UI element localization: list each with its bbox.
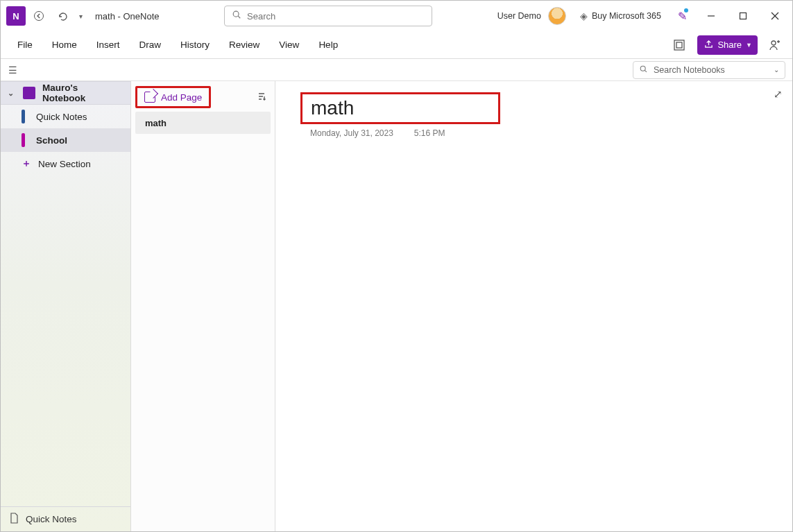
app-icon: N [6,6,26,26]
ribbon: File Home Insert Draw History Review Vie… [1,31,792,59]
editor-canvas[interactable]: ⤢ math Monday, July 31, 2023 5:16 PM [275,81,792,531]
add-page-label: Add Page [161,92,202,103]
share-button-label: Share [717,40,742,50]
maximize-button[interactable] [728,5,758,27]
section-label: School [36,135,67,146]
quick-access-dropdown[interactable]: ▾ [76,12,85,20]
title-bar: N ▾ math - OneNote User Demo ◈ Buy Micro… [1,1,792,31]
section-school[interactable]: School [1,128,130,152]
add-page-icon [144,92,155,103]
chevron-down-icon: ▼ [746,42,752,49]
svg-rect-8 [676,42,682,48]
new-section-label: New Section [38,159,91,169]
sort-pages-button[interactable] [253,89,271,106]
chevron-down-icon[interactable]: ⌄ [774,66,779,74]
presence-icon[interactable] [765,35,785,55]
pen-icon[interactable]: ✎ [678,10,687,23]
svg-line-11 [645,70,647,72]
global-search-input[interactable] [247,11,425,22]
svg-point-10 [640,66,645,71]
svg-point-0 [35,12,44,21]
share-button[interactable]: Share ▼ [697,35,758,55]
page-title-container[interactable]: math [300,92,500,124]
search-icon [232,10,241,22]
svg-point-1 [233,11,239,17]
window-title: math - OneNote [95,11,160,22]
notebook-name: Mauro's Notebook [42,83,123,103]
user-name[interactable]: User Demo [497,11,541,21]
section-label: Quick Notes [36,112,87,122]
add-page-button[interactable]: Add Page [135,86,211,108]
tab-review[interactable]: Review [219,35,269,54]
section-color-icon [22,110,25,123]
tab-file[interactable]: File [8,35,42,54]
global-search[interactable] [224,6,432,26]
page-icon [9,513,19,526]
search-notebooks[interactable]: Search Notebooks ⌄ [633,61,785,79]
svg-line-2 [238,16,240,18]
tab-home[interactable]: Home [42,35,87,54]
svg-rect-7 [674,40,684,50]
section-color-icon [22,133,25,147]
feed-icon[interactable] [668,34,690,56]
page-item-math[interactable]: math [135,112,271,134]
notebook-icon [23,87,35,99]
notebook-sidebar: ⌄ Mauro's Notebook Quick Notes School ＋ … [1,81,131,531]
svg-rect-4 [740,13,746,19]
page-time: 5:16 PM [414,128,445,138]
undo-button[interactable] [52,6,73,26]
quick-notes-footer-label: Quick Notes [26,514,77,524]
new-section-button[interactable]: ＋ New Section [1,152,130,175]
search-icon [639,64,648,76]
search-notebooks-label: Search Notebooks [654,65,768,75]
quick-notes-footer[interactable]: Quick Notes [1,506,130,531]
navigation-toggle[interactable]: ☰ [1,65,24,76]
tab-view[interactable]: View [269,35,309,54]
svg-point-9 [771,41,776,45]
notebook-header[interactable]: ⌄ Mauro's Notebook [1,81,130,105]
minimize-button[interactable] [697,5,726,27]
tab-help[interactable]: Help [309,35,348,54]
section-quick-notes[interactable]: Quick Notes [1,105,130,128]
buy-microsoft-365-label: Buy Microsoft 365 [592,11,661,21]
avatar[interactable] [548,7,566,25]
page-title[interactable]: math [311,97,354,119]
sub-toolbar: ☰ Search Notebooks ⌄ [1,59,792,81]
chevron-down-icon: ⌄ [8,89,16,98]
tab-draw[interactable]: Draw [130,35,171,54]
tab-insert[interactable]: Insert [87,35,130,54]
plus-icon: ＋ [22,157,31,170]
buy-microsoft-365[interactable]: ◈ Buy Microsoft 365 [580,10,661,22]
tab-history[interactable]: History [171,35,219,54]
share-icon [704,40,713,51]
page-list: Add Page math [131,81,275,531]
fullscreen-icon[interactable]: ⤢ [774,88,783,101]
close-button[interactable] [760,5,790,27]
page-date: Monday, July 31, 2023 [310,128,393,138]
diamond-icon: ◈ [580,10,588,22]
back-button[interactable] [28,6,49,26]
